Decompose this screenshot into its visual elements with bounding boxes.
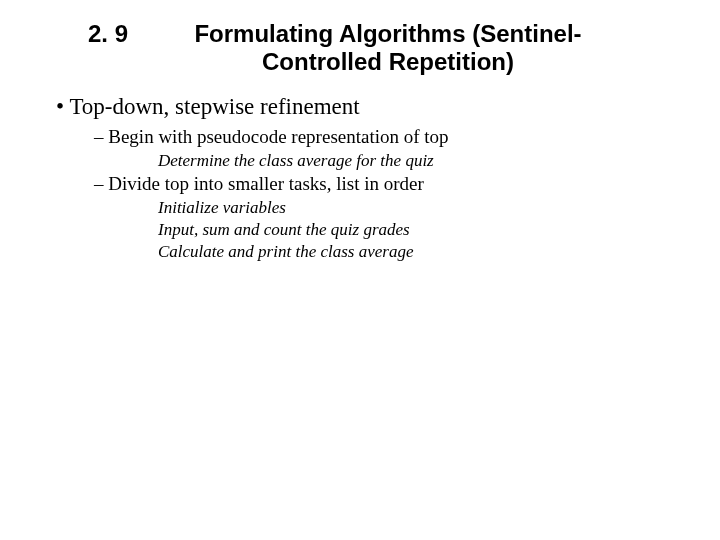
slide: 2. 9 Formulating Algorithms (Sentinel-Co… [0,0,720,284]
bullet-level-2: Begin with pseudocode representation of … [94,126,680,148]
italic-line: Input, sum and count the quiz grades [158,220,680,240]
italic-line: Calculate and print the class average [158,242,680,262]
italic-line: Initialize variables [158,198,680,218]
slide-heading: 2. 9 Formulating Algorithms (Sentinel-Co… [40,20,680,76]
heading-number: 2. 9 [88,20,128,48]
italic-line: Determine the class average for the quiz [158,151,680,171]
bullet-level-2: Divide top into smaller tasks, list in o… [94,173,680,195]
heading-title: Formulating Algorithms (Sentinel-Control… [156,20,680,76]
bullet-level-1: Top-down, stepwise refinement [56,94,680,120]
